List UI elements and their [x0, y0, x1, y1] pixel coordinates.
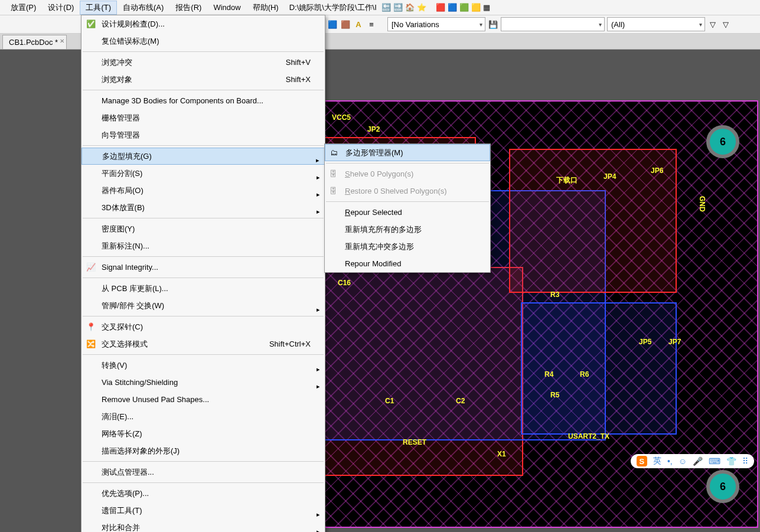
tools-dropdown: ✅ 设计规则检查(D)... 复位错误标志(M) 浏览冲突 Shift+V 浏览… [81, 15, 325, 532]
mi-remove-pad[interactable]: Remove Unused Pad Shapes... [81, 391, 325, 408]
probe-icon: 📍 [86, 322, 96, 332]
mi-update-from-lib[interactable]: 从 PCB 库更新(L)... [81, 280, 325, 297]
menu-design[interactable]: 设计(D) [42, 1, 80, 15]
menu-tools[interactable]: 工具(T) [80, 1, 117, 15]
mi-outline-sel[interactable]: 描画选择对象的外形(J) [81, 442, 325, 459]
menu-window[interactable]: Window [207, 1, 246, 14]
silk-c2: C2 [456, 397, 465, 405]
mi-net-eq[interactable]: 网络等长(Z) [81, 425, 325, 442]
mi-via-stitch[interactable]: Via Stitching/Shielding [81, 374, 325, 391]
back-icon[interactable]: 🔙 [381, 3, 391, 12]
mi-cross-select[interactable]: 🔀 交叉选择模式 Shift+Ctrl+X [81, 335, 325, 353]
ime-logo-icon: S [637, 456, 647, 466]
silk-r3: R3 [550, 291, 559, 299]
sig-icon: 📈 [86, 263, 96, 272]
funnel-icon[interactable]: ▽ [707, 19, 718, 30]
silk-download: 下载口 [556, 175, 578, 185]
silk-jp2: JP2 [367, 125, 380, 133]
mi-sig-integrity[interactable]: 📈 Signal Integrity... [81, 259, 325, 276]
silk-jp7: JP7 [668, 338, 681, 346]
palette2-icon[interactable]: 🟦 [448, 3, 457, 12]
variations-combo[interactable]: [No Variations [387, 17, 485, 31]
mounting-pad-br: 6 [706, 470, 739, 503]
breadcrumb-path: D:\姚际凯\大学阶段\工作\I [289, 2, 377, 13]
mi-grid-mgr[interactable]: 栅格管理器 [81, 109, 325, 126]
mi-repour-sel[interactable]: Repour Selected [325, 204, 490, 221]
dim-icon[interactable]: ≡ [366, 19, 377, 30]
mi-shelve: 🗄 Shelve 0 Polygon(s) [325, 165, 490, 182]
palette4-icon[interactable]: 🟨 [471, 3, 481, 12]
menubar: 放置(P) 设计(D) 工具(T) 自动布线(A) 报告(R) Window 帮… [0, 0, 760, 15]
chip-icon[interactable]: 💾 [488, 19, 498, 30]
silk-vcc: VCC5 [332, 113, 351, 122]
mi-repour-mod[interactable]: Repour Modified [325, 255, 490, 272]
layer1-icon[interactable]: 🟦 [327, 19, 338, 30]
layer2-icon[interactable]: 🟫 [340, 19, 351, 30]
mi-reannotate[interactable]: 重新标注(N)... [81, 237, 325, 254]
silk-r4: R4 [544, 370, 553, 378]
mi-plane-split[interactable]: 平面分割(S) [81, 165, 325, 182]
mi-repour-all[interactable]: 重新填充所有的多边形 [325, 221, 490, 238]
menu-help[interactable]: 帮助(H) [247, 1, 285, 15]
star-icon[interactable]: ⭐ [417, 3, 426, 12]
filter-combo-1[interactable] [501, 17, 605, 31]
mi-repour-viol[interactable]: 重新填充冲突多边形 [325, 238, 490, 255]
silk-r5: R5 [550, 391, 559, 399]
mi-reset-err[interactable]: 复位错误标志(M) [81, 32, 325, 50]
ime-skin-icon[interactable]: 👕 [726, 456, 736, 466]
mi-pin-swap[interactable]: 管脚/部件 交换(W) [81, 297, 325, 314]
ime-punct-icon[interactable]: •, [667, 456, 673, 466]
mi-cross-probe[interactable]: 📍 交叉探针(C) [81, 318, 325, 335]
funnel2-icon[interactable]: ▽ [720, 19, 731, 30]
mi-drc[interactable]: ✅ 设计规则检查(D)... [81, 15, 325, 32]
close-icon[interactable]: ✕ [60, 38, 64, 44]
silk-c1: C1 [385, 397, 394, 405]
mi-density[interactable]: 密度图(Y) [81, 220, 325, 237]
mi-manage-3d[interactable]: Manage 3D Bodies for Components on Board… [81, 92, 325, 109]
doc-tab-label: CB1.PcbDoc * [9, 38, 58, 47]
mi-prefs[interactable]: 优先选项(P)... [81, 485, 325, 502]
silk-r6: R6 [580, 370, 589, 378]
silk-jp5: JP5 [639, 338, 651, 346]
text-icon[interactable]: A [353, 19, 364, 30]
palette3-icon[interactable]: 🟩 [459, 3, 469, 12]
poly-mgr-icon: 🗂 [330, 148, 340, 158]
ime-grip-icon[interactable]: ⠿ [742, 456, 748, 466]
palette1-icon[interactable]: 🟥 [436, 3, 445, 12]
forward-icon[interactable]: 🔜 [393, 3, 403, 12]
mi-legacy[interactable]: 遗留工具(T) [81, 502, 325, 519]
menu-place[interactable]: 放置(P) [5, 1, 42, 15]
mi-restore: 🗄 Restore 0 Shelved Polygon(s) [325, 182, 490, 200]
mi-convert[interactable]: 转换(V) [81, 357, 325, 374]
ime-kbd-icon[interactable]: ⌨ [709, 456, 720, 466]
shelve-icon: 🗄 [330, 169, 339, 179]
silk-jp4: JP4 [604, 172, 616, 181]
doc-tab[interactable]: CB1.PcbDoc * ✕ [2, 35, 67, 49]
silk-jp6: JP6 [651, 167, 663, 175]
mi-browse-conflict[interactable]: 浏览冲突 Shift+V [81, 54, 325, 71]
menu-autoroute[interactable]: 自动布线(A) [117, 1, 169, 15]
silk-c16: C16 [338, 279, 351, 287]
mi-poly-fill[interactable]: 多边型填充(G) [81, 148, 325, 165]
home-icon[interactable]: 🏠 [405, 3, 415, 12]
mi-teardrop[interactable]: 滴泪(E)... [81, 408, 325, 425]
ime-mic-icon[interactable]: 🎤 [693, 456, 703, 466]
grid-icon[interactable]: ▦ [483, 3, 492, 12]
ime-toolbar[interactable]: S 英 •, ☺ 🎤 ⌨ 👕 ⠿ [631, 454, 754, 468]
restore-icon: 🗄 [330, 187, 339, 196]
mi-comp-place[interactable]: 器件布局(O) [81, 182, 325, 199]
mi-poly-manager[interactable]: 🗂 多边形管理器(M) [325, 144, 490, 161]
menu-report[interactable]: 报告(R) [169, 1, 207, 15]
mi-guide-mgr[interactable]: 向导管理器 [81, 126, 325, 143]
filter-combo-all[interactable]: (All) [607, 17, 705, 31]
silk-gnd: GND [698, 196, 706, 212]
mi-compare[interactable]: 对比和合并 [81, 519, 325, 532]
xsel-icon: 🔀 [86, 340, 96, 349]
mounting-pad-tr: 6 [706, 125, 739, 158]
silk-usart: USART2_TX [568, 432, 609, 440]
ime-lang[interactable]: 英 [653, 456, 661, 466]
ime-face-icon[interactable]: ☺ [679, 456, 687, 466]
mi-testpoint[interactable]: 测试点管理器... [81, 464, 325, 481]
mi-3dbody-place[interactable]: 3D体放置(B) [81, 199, 325, 216]
mi-browse-obj[interactable]: 浏览对象 Shift+X [81, 71, 325, 88]
